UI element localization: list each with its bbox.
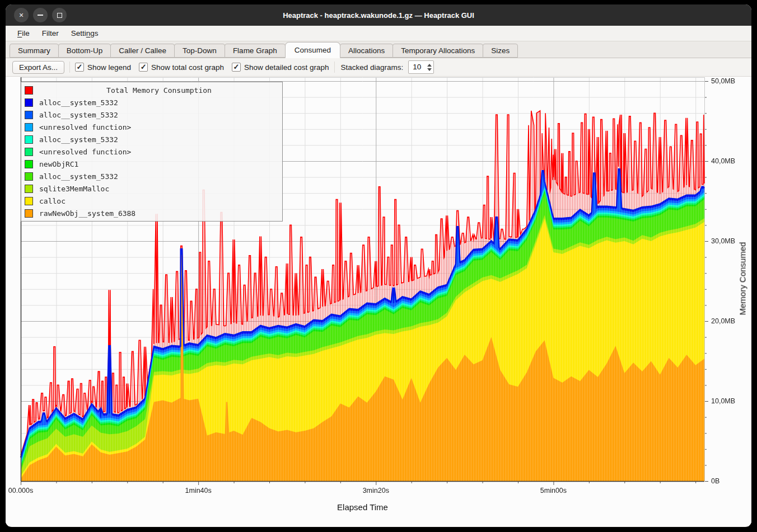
- minimize-button[interactable]: [33, 8, 48, 22]
- checkbox-label: Show detailed cost graph: [244, 63, 329, 72]
- toolbar: Export As... ✓Show legend✓Show total cos…: [6, 58, 751, 77]
- title-bar[interactable]: × Heaptrack - heaptrack.wakunode.1.gz — …: [6, 4, 751, 26]
- toolbar-separator: [69, 62, 70, 73]
- tab-caller-callee[interactable]: Caller / Callee: [110, 44, 175, 58]
- spinner-arrows: [426, 61, 433, 73]
- x-tick-label: 00.000s: [8, 487, 33, 495]
- export-as-button[interactable]: Export As...: [12, 61, 64, 74]
- legend-item: alloc__system_5332: [25, 96, 279, 109]
- legend-swatch: [25, 148, 33, 156]
- close-icon: ×: [19, 11, 24, 20]
- legend-item: sqlite3MemMalloc: [25, 182, 279, 195]
- legend-swatch: [25, 123, 33, 131]
- checkbox-show-detailed-cost-graph[interactable]: ✓Show detailed cost graph: [232, 63, 329, 72]
- tab-summary[interactable]: Summary: [10, 44, 59, 58]
- x-axis-title: Elapsed Time: [337, 502, 388, 512]
- legend-item: alloc__system_5332: [25, 170, 279, 182]
- menu-file[interactable]: File: [11, 26, 36, 41]
- tab-temporary-allocations[interactable]: Temporary Allocations: [392, 44, 483, 58]
- tab-top-down[interactable]: Top-Down: [174, 44, 225, 58]
- legend-swatch: [25, 135, 33, 144]
- legend-title-row: Total Memory Consumption: [25, 84, 279, 96]
- menu-settings[interactable]: Settings: [65, 26, 105, 41]
- chart-legend: Total Memory Consumptionalloc__system_53…: [21, 82, 283, 222]
- consumed-chart-panel: 0B10,0MB20,0MB30,0MB40,0MB50,0MB00.000s1…: [6, 77, 751, 526]
- legend-swatch: [25, 172, 33, 181]
- legend-label: alloc__system_5332: [39, 111, 118, 119]
- legend-label: newObjRC1: [39, 160, 78, 168]
- legend-item: newObjRC1: [25, 158, 279, 170]
- spinner-down-icon[interactable]: [427, 68, 432, 71]
- spinner-up-icon[interactable]: [427, 64, 432, 67]
- y-tick-label: 30,0MB: [711, 237, 735, 245]
- y-tick-label: 40,0MB: [711, 157, 735, 165]
- x-tick-label: 3min20s: [363, 487, 389, 495]
- legend-item: calloc: [25, 195, 279, 207]
- checkbox-icon: ✓: [75, 63, 84, 72]
- checkbox-icon: ✓: [232, 63, 241, 72]
- legend-label: alloc__system_5332: [39, 98, 118, 107]
- minimize-icon: [38, 15, 43, 16]
- legend-swatch: [25, 98, 33, 107]
- toolbar-separator: [334, 62, 335, 73]
- checkbox-show-total-cost-graph[interactable]: ✓Show total cost graph: [139, 63, 224, 72]
- legend-swatch: [25, 185, 33, 193]
- y-tick-label: 0B: [711, 477, 719, 485]
- legend-swatch: [25, 197, 33, 205]
- checkbox-show-legend[interactable]: ✓Show legend: [75, 63, 131, 72]
- y-tick-label: 20,0MB: [711, 317, 735, 325]
- legend-item: <unresolved function>: [25, 145, 279, 158]
- x-tick-label: 1min40s: [185, 487, 212, 495]
- maximize-icon: [57, 13, 62, 18]
- legend-item: alloc__system_5332: [25, 133, 279, 145]
- stacked-diagrams-spinner[interactable]: 10: [408, 60, 434, 74]
- legend-swatch: [25, 160, 33, 168]
- menu-filter[interactable]: Filter: [36, 26, 65, 41]
- stacked-diagrams-label: Stacked diagrams:: [341, 63, 404, 72]
- tab-sizes[interactable]: Sizes: [483, 44, 518, 58]
- y-tick-label: 50,0MB: [711, 77, 735, 85]
- legend-title: Total Memory Consumption: [39, 86, 279, 95]
- checkbox-label: Show total cost graph: [151, 63, 224, 72]
- y-axis-title: Memory Consumed: [738, 242, 747, 316]
- maximize-button[interactable]: [52, 8, 67, 22]
- checkbox-icon: ✓: [139, 63, 148, 72]
- legend-label: rawNewObj__system_6388: [39, 209, 135, 218]
- tab-bottom-up[interactable]: Bottom-Up: [58, 44, 111, 58]
- legend-item: alloc__system_5332: [25, 109, 279, 121]
- legend-item: rawNewObj__system_6388: [25, 207, 279, 219]
- y-tick-label: 10,0MB: [711, 397, 735, 405]
- tab-allocations[interactable]: Allocations: [340, 44, 393, 58]
- menu-bar: FileFilterSettings: [6, 26, 751, 41]
- legend-label: calloc: [39, 197, 66, 205]
- x-tick-label: 5min00s: [540, 487, 567, 495]
- legend-label: <unresolved function>: [39, 123, 131, 131]
- window-controls: ×: [14, 8, 67, 22]
- legend-label: <unresolved function>: [39, 148, 131, 156]
- legend-swatch: [25, 209, 33, 218]
- window-title: Heaptrack - heaptrack.wakunode.1.gz — He…: [6, 11, 751, 20]
- close-button[interactable]: ×: [14, 8, 29, 22]
- legend-label: sqlite3MemMalloc: [39, 185, 109, 193]
- legend-label: alloc__system_5332: [39, 172, 118, 181]
- app-window: × Heaptrack - heaptrack.wakunode.1.gz — …: [6, 4, 751, 527]
- spinner-value: 10: [409, 61, 426, 73]
- checkbox-label: Show legend: [87, 63, 131, 72]
- toolbar-checkboxes: ✓Show legend✓Show total cost graph✓Show …: [75, 63, 329, 72]
- legend-swatch: [25, 86, 33, 95]
- legend-label: alloc__system_5332: [39, 135, 118, 144]
- tab-consumed[interactable]: Consumed: [285, 42, 340, 58]
- legend-item: <unresolved function>: [25, 121, 279, 133]
- tab-flame-graph[interactable]: Flame Graph: [225, 44, 286, 58]
- tab-bar: SummaryBottom-UpCaller / CalleeTop-DownF…: [6, 41, 751, 58]
- legend-swatch: [25, 111, 33, 119]
